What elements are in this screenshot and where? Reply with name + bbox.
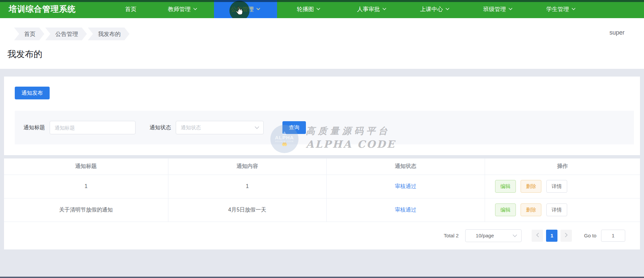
column-header-title: 通知标题 — [4, 158, 168, 175]
nav-item-teacher-mgmt[interactable]: 教师管理 — [151, 0, 214, 18]
nav-item-label: 班级管理 — [483, 5, 506, 13]
chevron-down-icon — [508, 8, 513, 10]
app-title: 培训综合管理系统 — [0, 0, 111, 18]
chevron-down-icon — [316, 8, 320, 10]
status-link[interactable]: 审核通过 — [395, 183, 416, 189]
main-menu: 首页 教师管理 公告管理 轮播图 人事审批 上课中心 班级管理 学生管理 — [111, 0, 592, 18]
chevron-down-icon — [193, 8, 197, 10]
filter-card: 通知发布 通知标题 通知状态 通知状态 查询 — [4, 77, 640, 155]
edit-button[interactable]: 编辑 — [495, 203, 516, 216]
column-header-actions: 操作 — [485, 158, 640, 175]
cell-actions: 编辑 删除 详情 — [485, 175, 640, 198]
nav-item-class-mgmt[interactable]: 班级管理 — [466, 0, 529, 18]
cell-status: 审核通过 — [326, 198, 485, 222]
notice-status-select[interactable]: 通知状态 — [176, 121, 264, 134]
nav-item-label: 首页 — [125, 5, 137, 13]
cell-title: 1 — [4, 175, 168, 198]
notice-status-label: 通知状态 — [150, 124, 171, 131]
page-size-value: 10/page — [476, 233, 494, 238]
chevron-left-icon — [536, 233, 539, 238]
notice-title-input[interactable] — [50, 121, 136, 134]
next-page-button[interactable] — [560, 230, 572, 242]
nav-item-label: 轮播图 — [297, 5, 314, 13]
detail-button[interactable]: 详情 — [546, 203, 567, 216]
table-card: 通知标题 通知内容 通知状态 操作 1 1 审核通过 编辑 删除 详情 关于 — [4, 158, 640, 249]
page-title: 我发布的 — [0, 40, 644, 60]
nav-item-class-center[interactable]: 上课中心 — [403, 0, 466, 18]
chevron-down-icon — [382, 8, 386, 10]
nav-item-notice-mgmt[interactable]: 公告管理 — [214, 0, 277, 18]
cell-status: 审核通过 — [326, 175, 485, 198]
pager: 1 — [532, 230, 572, 242]
breadcrumb-label: 我发布的 — [98, 30, 121, 38]
cell-content: 4月5日放假一天 — [168, 198, 326, 222]
breadcrumb-my-published: 我发布的 — [88, 28, 129, 40]
chevron-down-icon — [256, 8, 260, 10]
chevron-down-icon — [513, 233, 517, 238]
select-placeholder: 通知状态 — [181, 125, 201, 131]
delete-button[interactable]: 删除 — [521, 203, 541, 216]
search-button[interactable]: 查询 — [282, 121, 306, 134]
nav-item-carousel[interactable]: 轮播图 — [277, 0, 340, 18]
filter-form: 通知标题 通知状态 通知状态 查询 — [15, 111, 634, 144]
delete-button[interactable]: 删除 — [521, 180, 541, 193]
prev-page-button[interactable] — [532, 230, 543, 242]
breadcrumb: 首页 公告管理 我发布的 — [0, 28, 644, 40]
chevron-right-icon — [565, 233, 568, 238]
chevron-down-icon — [255, 125, 259, 131]
column-header-content: 通知内容 — [168, 158, 326, 175]
filter-group-status: 通知状态 通知状态 — [150, 121, 264, 134]
table-row: 1 1 审核通过 编辑 删除 详情 — [4, 175, 640, 198]
notice-title-label: 通知标题 — [23, 124, 45, 131]
breadcrumb-label: 公告管理 — [55, 30, 78, 38]
goto-page-input[interactable] — [601, 230, 625, 242]
bottom-edge-shade — [0, 277, 644, 278]
chevron-down-icon — [572, 8, 576, 10]
column-header-status: 通知状态 — [326, 158, 485, 175]
edit-button[interactable]: 编辑 — [495, 180, 516, 193]
top-navbar: 培训综合管理系统 首页 教师管理 公告管理 轮播图 人事审批 上课中心 班级管理 — [0, 0, 644, 18]
nav-item-label: 学生管理 — [546, 5, 569, 13]
cell-content: 1 — [168, 175, 326, 198]
status-link[interactable]: 审核通过 — [395, 207, 416, 213]
cell-actions: 编辑 删除 详情 — [485, 198, 640, 222]
page-size-select[interactable]: 10/page — [465, 229, 522, 242]
detail-button[interactable]: 详情 — [546, 180, 567, 193]
cell-title: 关于清明节放假的通知 — [4, 198, 168, 222]
nav-item-label: 上课中心 — [420, 5, 443, 13]
filter-group-title: 通知标题 — [23, 121, 136, 134]
nav-item-student-mgmt[interactable]: 学生管理 — [529, 0, 592, 18]
chevron-down-icon — [445, 8, 449, 10]
user-menu[interactable]: super — [609, 29, 625, 36]
notice-table: 通知标题 通知内容 通知状态 操作 1 1 审核通过 编辑 删除 详情 关于 — [4, 158, 640, 222]
pagination: Total 2 10/page 1 Go to — [4, 222, 640, 243]
nav-item-label: 人事审批 — [357, 5, 380, 13]
goto-label: Go to — [584, 233, 596, 238]
nav-item-hr-approval[interactable]: 人事审批 — [340, 0, 403, 18]
breadcrumb-notice-mgmt[interactable]: 公告管理 — [45, 28, 87, 40]
nav-item-home[interactable]: 首页 — [111, 0, 151, 18]
page-number-current[interactable]: 1 — [546, 230, 557, 242]
nav-item-label: 教师管理 — [168, 5, 191, 13]
table-row: 关于清明节放假的通知 4月5日放假一天 审核通过 编辑 删除 详情 — [4, 198, 640, 222]
table-header-row: 通知标题 通知内容 通知状态 操作 — [4, 158, 640, 175]
total-count: Total 2 — [444, 233, 459, 238]
breadcrumb-label: 首页 — [24, 30, 36, 38]
breadcrumb-home[interactable]: 首页 — [14, 28, 44, 40]
publish-notice-button[interactable]: 通知发布 — [15, 87, 50, 99]
page-header: 首页 公告管理 我发布的 super 我发布的 — [0, 18, 644, 69]
nav-item-label: 公告管理 — [231, 5, 254, 13]
